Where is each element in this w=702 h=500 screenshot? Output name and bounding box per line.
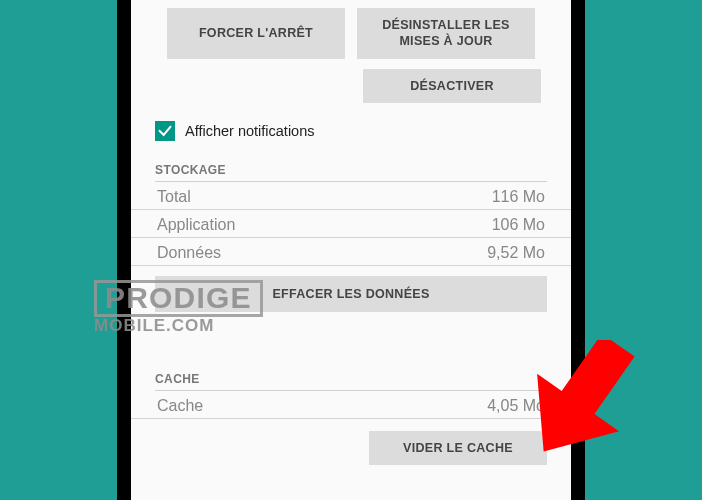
storage-app-value: 106 Mo [492, 216, 545, 234]
cache-row: Cache 4,05 Mo [131, 391, 571, 419]
storage-total-value: 116 Mo [492, 188, 545, 206]
cache-section: CACHE Cache 4,05 Mo VIDER LE CACHE [131, 366, 571, 419]
storage-row-total: Total 116 Mo [131, 182, 571, 210]
storage-row-data: Données 9,52 Mo [131, 238, 571, 266]
storage-total-label: Total [157, 188, 191, 206]
phone-frame: version 9.60.1 FORCER L'ARRÊT DÉSINSTALL… [117, 0, 585, 500]
uninstall-updates-button[interactable]: DÉSINSTALLER LES MISES À JOUR [357, 8, 535, 59]
notifications-checkbox[interactable] [155, 121, 175, 141]
disable-button[interactable]: DÉSACTIVER [363, 69, 541, 103]
storage-app-label: Application [157, 216, 235, 234]
app-header: version 9.60.1 [131, 0, 571, 8]
force-stop-button[interactable]: FORCER L'ARRÊT [167, 8, 345, 59]
storage-section-title: STOCKAGE [131, 157, 571, 181]
action-row-1: FORCER L'ARRÊT DÉSINSTALLER LES MISES À … [131, 8, 571, 59]
clear-data-button[interactable]: EFFACER LES DONNÉES [155, 276, 547, 312]
storage-row-application: Application 106 Mo [131, 210, 571, 238]
storage-data-label: Données [157, 244, 221, 262]
notifications-label: Afficher notifications [185, 123, 315, 139]
cache-label: Cache [157, 397, 203, 415]
action-row-2: DÉSACTIVER [131, 59, 571, 103]
cache-section-title: CACHE [131, 366, 571, 390]
storage-data-value: 9,52 Mo [487, 244, 545, 262]
notifications-row: Afficher notifications [131, 103, 571, 157]
screen: version 9.60.1 FORCER L'ARRÊT DÉSINSTALL… [131, 0, 571, 500]
clear-cache-button[interactable]: VIDER LE CACHE [369, 431, 547, 465]
cache-value: 4,05 Mo [487, 397, 545, 415]
